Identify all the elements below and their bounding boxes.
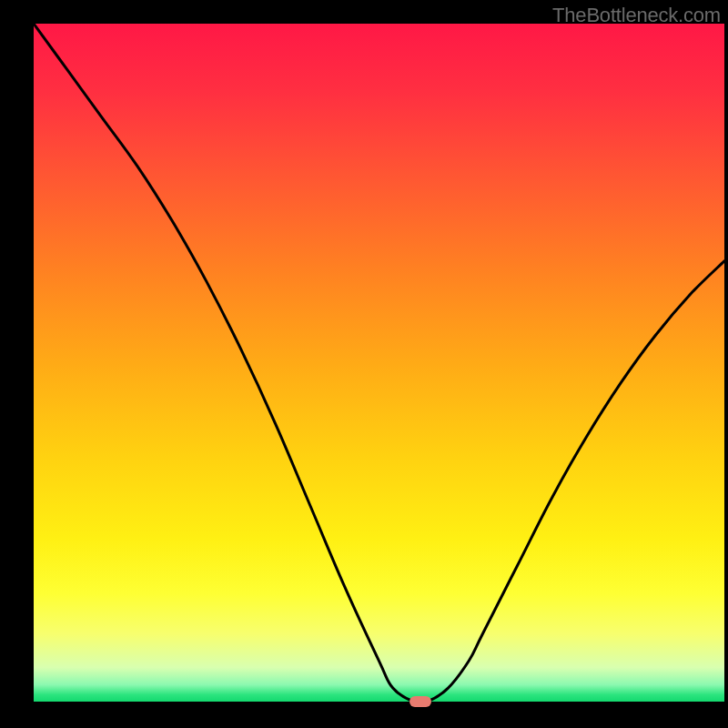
plot-area — [34, 24, 724, 702]
min-marker — [410, 696, 431, 707]
curve-layer — [34, 24, 724, 702]
bottleneck-curve-path — [34, 24, 724, 702]
chart-frame: TheBottleneck.com — [0, 0, 728, 728]
